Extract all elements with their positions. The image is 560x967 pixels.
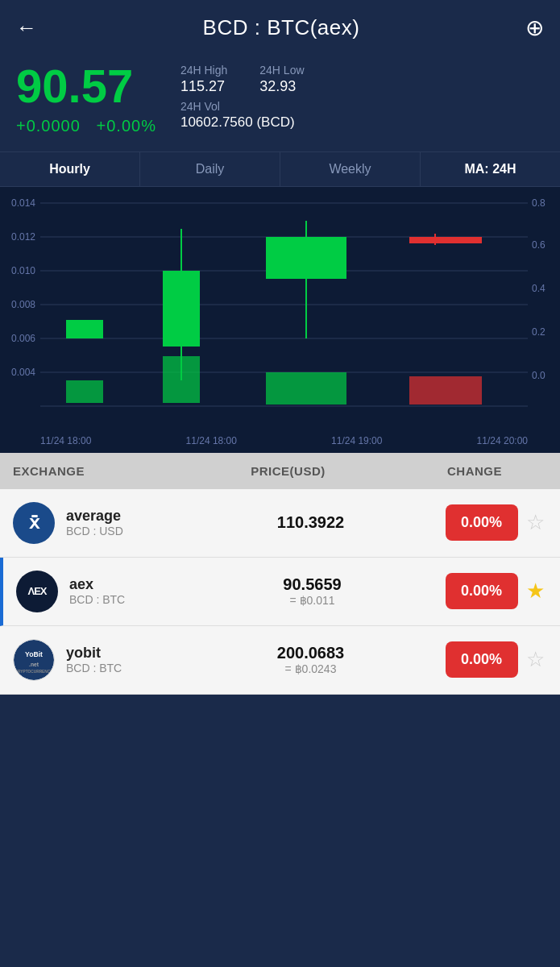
exchange-name: average bbox=[66, 508, 179, 525]
main-price: 90.57 bbox=[16, 60, 156, 112]
svg-rect-23 bbox=[163, 356, 200, 403]
exchange-info-average: average BCD : USD bbox=[66, 508, 179, 537]
change-button[interactable]: 0.00% bbox=[446, 504, 518, 541]
svg-text:.net: .net bbox=[29, 661, 39, 666]
alarm-icon[interactable]: ⊕ bbox=[525, 15, 544, 41]
high-value: 115.27 bbox=[180, 78, 225, 94]
exchange-name: aex bbox=[69, 576, 182, 593]
change-pct: +0.00% bbox=[97, 117, 156, 135]
exchange-pair: BCD : BTC bbox=[66, 662, 179, 674]
tab-daily[interactable]: Daily bbox=[140, 152, 280, 186]
svg-rect-20 bbox=[66, 380, 103, 403]
exchange-price-yobit: 200.0683 = ฿0.0243 bbox=[179, 644, 442, 675]
price-btc: = ฿0.011 bbox=[182, 594, 442, 607]
exchange-pair: BCD : USD bbox=[66, 525, 179, 537]
svg-rect-29 bbox=[409, 376, 482, 405]
exchange-logo-average: x̄ bbox=[13, 502, 55, 544]
table-row: x̄ average BCD : USD 110.3922 0.00% ☆ bbox=[0, 489, 560, 558]
favorite-star[interactable]: ★ bbox=[526, 579, 545, 604]
exchange-change-aex: 0.00% ★ bbox=[442, 573, 547, 609]
svg-text:0.004: 0.004 bbox=[11, 367, 35, 378]
svg-rect-28 bbox=[409, 237, 482, 243]
svg-rect-26 bbox=[266, 372, 346, 405]
change-button[interactable]: 0.00% bbox=[446, 641, 518, 678]
exchange-logo-aex: ΛEX bbox=[16, 571, 58, 612]
svg-point-30 bbox=[14, 640, 54, 680]
low-label: 24H Low bbox=[259, 64, 304, 77]
exchange-price-average: 110.3922 bbox=[179, 513, 442, 532]
exchange-price-aex: 90.5659 = ฿0.011 bbox=[182, 575, 442, 607]
price-main: 90.5659 bbox=[182, 575, 442, 594]
low-value: 32.93 bbox=[259, 78, 296, 94]
tab-hourly[interactable]: Hourly bbox=[0, 152, 140, 186]
svg-text:0.2: 0.2 bbox=[532, 326, 545, 338]
favorite-star[interactable]: ☆ bbox=[526, 647, 545, 672]
x-label-1: 11/24 18:00 bbox=[40, 435, 91, 446]
vol-value: 10602.7560 (BCD) bbox=[180, 114, 295, 130]
exchange-logo-yobit: YoBit .net CRYPTOCURRENCY bbox=[13, 639, 55, 681]
x-label-2: 11/24 18:00 bbox=[186, 435, 237, 446]
svg-text:0.014: 0.014 bbox=[11, 197, 35, 209]
table-header: EXCHANGE PRICE(USD) CHANGE bbox=[0, 453, 560, 489]
header: ← BCD : BTC(aex) ⊕ bbox=[0, 0, 560, 52]
col-exchange: EXCHANGE bbox=[13, 464, 174, 478]
price-btc: = ฿0.0243 bbox=[179, 662, 442, 675]
price-right: 24H High 115.27 24H Low 32.93 24H Vol 10… bbox=[180, 60, 544, 131]
chart-tabs: Hourly Daily Weekly MA: 24H bbox=[0, 151, 560, 187]
table-row: YoBit .net CRYPTOCURRENCY yobit BCD : BT… bbox=[0, 626, 560, 695]
exchange-info-yobit: yobit BCD : BTC bbox=[66, 645, 179, 674]
x-label-4: 11/24 20:00 bbox=[477, 435, 528, 446]
price-left: 90.57 +0.0000 +0.00% bbox=[16, 60, 156, 135]
svg-rect-22 bbox=[163, 271, 200, 347]
price-main: 200.0683 bbox=[179, 644, 442, 662]
favorite-star[interactable]: ☆ bbox=[526, 510, 545, 535]
exchange-change-average: 0.00% ☆ bbox=[442, 504, 547, 541]
svg-text:0.008: 0.008 bbox=[11, 299, 35, 310]
page-title: BCD : BTC(aex) bbox=[203, 15, 360, 40]
exchange-change-yobit: 0.00% ☆ bbox=[442, 641, 547, 678]
svg-text:0.0: 0.0 bbox=[532, 370, 545, 381]
svg-text:0.006: 0.006 bbox=[11, 333, 35, 344]
exchange-pair: BCD : BTC bbox=[69, 593, 182, 606]
svg-text:CRYPTOCURRENCY: CRYPTOCURRENCY bbox=[15, 670, 54, 674]
svg-text:0.010: 0.010 bbox=[11, 265, 35, 276]
price-chart: 0.014 0.012 0.010 0.008 0.006 0.004 0.8 … bbox=[8, 195, 552, 429]
chart-container: 0.014 0.012 0.010 0.008 0.006 0.004 0.8 … bbox=[0, 187, 560, 453]
change-abs: +0.0000 bbox=[16, 117, 81, 135]
price-main: 110.3922 bbox=[179, 513, 442, 532]
svg-text:0.6: 0.6 bbox=[532, 239, 545, 251]
high-label: 24H High bbox=[180, 64, 227, 77]
price-section: 90.57 +0.0000 +0.00% 24H High 115.27 24H… bbox=[0, 52, 560, 151]
back-button[interactable]: ← bbox=[16, 15, 37, 40]
col-change: CHANGE bbox=[402, 464, 547, 478]
table-row: ΛEX aex BCD : BTC 90.5659 = ฿0.011 0.00%… bbox=[0, 558, 560, 626]
svg-text:0.8: 0.8 bbox=[532, 197, 545, 209]
svg-rect-19 bbox=[66, 320, 103, 338]
svg-text:0.4: 0.4 bbox=[532, 283, 545, 294]
vol-label: 24H Vol bbox=[180, 100, 544, 113]
price-change: +0.0000 +0.00% bbox=[16, 117, 156, 135]
change-button[interactable]: 0.00% bbox=[446, 573, 518, 609]
chart-x-labels: 11/24 18:00 11/24 18:00 11/24 19:00 11/2… bbox=[8, 432, 552, 453]
price-low: 24H Low 32.93 bbox=[259, 64, 304, 95]
tab-weekly[interactable]: Weekly bbox=[280, 152, 421, 186]
exchange-table: EXCHANGE PRICE(USD) CHANGE x̄ average BC… bbox=[0, 453, 560, 695]
price-vol: 24H Vol 10602.7560 (BCD) bbox=[180, 100, 544, 131]
svg-text:YoBit: YoBit bbox=[25, 650, 43, 658]
x-label-3: 11/24 19:00 bbox=[331, 435, 382, 446]
col-price: PRICE(USD) bbox=[174, 464, 402, 478]
price-high: 24H High 115.27 bbox=[180, 64, 227, 95]
exchange-info-aex: aex BCD : BTC bbox=[69, 576, 182, 606]
tab-ma[interactable]: MA: 24H bbox=[421, 152, 560, 186]
svg-text:0.012: 0.012 bbox=[11, 231, 35, 243]
svg-rect-25 bbox=[266, 237, 346, 279]
exchange-name: yobit bbox=[66, 645, 179, 662]
